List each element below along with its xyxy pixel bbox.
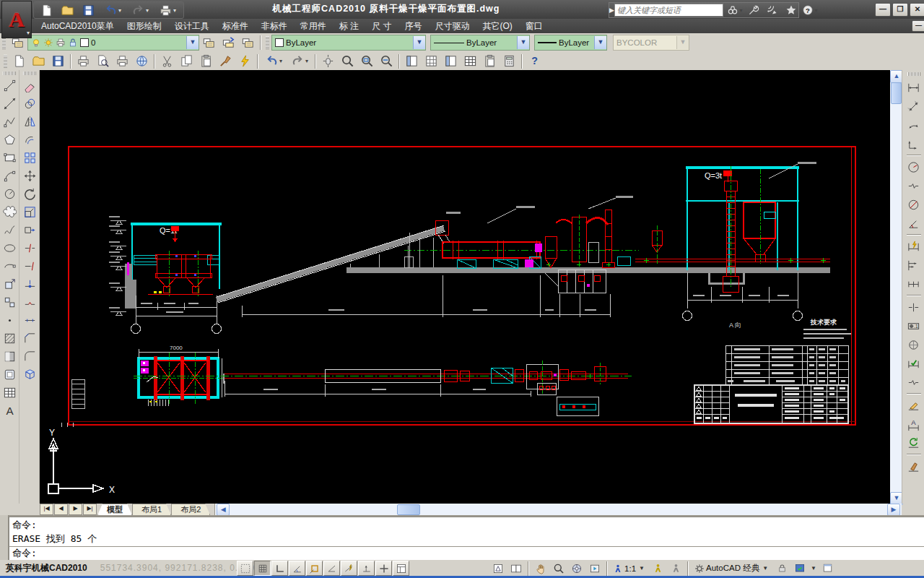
command-window-grip[interactable] <box>0 515 9 560</box>
tab-layout2[interactable]: 布局2 <box>171 504 210 515</box>
array-tool[interactable] <box>20 149 39 167</box>
crosshair-toggle[interactable] <box>375 561 392 576</box>
help-button[interactable] <box>525 53 544 70</box>
toolbar-grip[interactable] <box>3 72 16 75</box>
undo-button[interactable] <box>261 53 287 70</box>
show-motion-button[interactable] <box>586 561 603 576</box>
pan-button[interactable] <box>318 53 338 70</box>
layer-dropdown-chevron-icon[interactable]: ▼ <box>186 36 199 49</box>
color-dropdown-chevron-icon[interactable]: ▼ <box>413 36 425 49</box>
search-input[interactable] <box>614 4 723 17</box>
dynamic-input-toggle[interactable] <box>341 561 357 576</box>
jogged-linear-tool[interactable] <box>904 373 923 392</box>
search-button[interactable] <box>726 1 744 19</box>
lineweight-control-dropdown[interactable]: ByLayer ▼ <box>534 35 607 51</box>
horizontal-scroll-thumb[interactable] <box>397 504 420 515</box>
multiline-text-tool[interactable] <box>0 402 19 420</box>
tab-layout1[interactable]: 布局1 <box>132 504 171 515</box>
insert-block-tool[interactable] <box>0 275 19 293</box>
ellipse-tool[interactable] <box>0 239 19 257</box>
tab-last-button[interactable]: ▶| <box>83 504 97 515</box>
point-tool[interactable] <box>0 311 19 329</box>
zoom-previous-button[interactable] <box>377 53 396 70</box>
toolbar-grip[interactable] <box>266 36 269 49</box>
quick-properties-toggle[interactable] <box>393 561 409 576</box>
steering-wheel-button[interactable] <box>568 561 585 576</box>
arc-length-dimension-tool[interactable] <box>904 116 923 134</box>
qat-new-button[interactable] <box>37 1 56 19</box>
qat-save-button[interactable] <box>79 1 98 19</box>
erase-tool[interactable] <box>20 77 39 95</box>
break-tool[interactable] <box>20 293 39 311</box>
tab-next-button[interactable]: ▶ <box>69 504 82 515</box>
annotation-visibility-button[interactable] <box>649 561 666 576</box>
horizontal-scroll-track[interactable]: ◀ ▶ <box>215 504 902 515</box>
inspection-dimension-tool[interactable] <box>904 354 923 373</box>
revision-cloud-tool[interactable] <box>0 203 19 221</box>
trim-tool[interactable] <box>20 239 39 257</box>
dimension-text-edit-tool[interactable] <box>904 415 923 434</box>
command-history[interactable]: 命令: ERASE 找到 85 个 <box>9 517 924 548</box>
otrack-toggle[interactable] <box>323 561 340 576</box>
aligned-dimension-tool[interactable] <box>904 97 923 116</box>
center-mark-tool[interactable] <box>904 335 923 354</box>
layer-previous-button[interactable] <box>238 34 258 51</box>
explode-tool[interactable] <box>20 366 39 384</box>
open-button[interactable] <box>29 53 48 70</box>
stretch-tool[interactable] <box>20 221 39 239</box>
rectangle-tool[interactable] <box>0 149 19 167</box>
qat-redo-button[interactable] <box>127 1 153 19</box>
quick-select-button[interactable] <box>235 53 255 70</box>
menu-nonstandard-parts[interactable]: 非标件 <box>255 20 294 33</box>
continue-dimension-tool[interactable] <box>904 275 923 293</box>
region-tool[interactable] <box>0 366 19 384</box>
publish-button[interactable] <box>132 53 152 70</box>
copy-tool[interactable] <box>20 95 39 113</box>
cut-button[interactable] <box>157 53 177 70</box>
chamfer-tool[interactable] <box>20 329 39 348</box>
fillet-tool[interactable] <box>20 348 39 366</box>
dimension-edit-tool[interactable] <box>904 396 923 415</box>
polygon-tool[interactable] <box>0 131 19 149</box>
menu-draw[interactable]: 图形绘制 <box>121 20 168 33</box>
menu-autocad2010[interactable]: AutoCAD2010菜单 <box>35 20 121 33</box>
clean-screen-button[interactable] <box>819 561 836 576</box>
tab-model[interactable]: 模型 <box>97 504 132 515</box>
grid-toggle[interactable] <box>254 561 271 576</box>
table-tool[interactable] <box>0 384 19 402</box>
mirror-tool[interactable] <box>20 113 39 131</box>
copy-clip-button[interactable] <box>177 53 196 70</box>
model-space-button[interactable] <box>489 561 507 576</box>
make-block-tool[interactable] <box>0 293 19 311</box>
move-tool[interactable] <box>20 167 39 185</box>
pan-status-button[interactable] <box>532 561 549 576</box>
menu-common-parts[interactable]: 常用件 <box>294 20 333 33</box>
toolbar-grip[interactable] <box>4 55 7 68</box>
break-at-point-tool[interactable] <box>20 275 39 293</box>
menu-dimension[interactable]: 尺 寸 <box>365 20 398 33</box>
offset-tool[interactable] <box>20 131 39 149</box>
polyline-tool[interactable] <box>0 113 19 131</box>
save-button[interactable] <box>48 53 68 70</box>
paste-button[interactable] <box>196 53 216 70</box>
linetype-control-dropdown[interactable]: ByLayer ▼ <box>430 35 530 51</box>
ortho-toggle[interactable] <box>271 561 288 576</box>
polar-toggle[interactable] <box>289 561 305 576</box>
join-tool[interactable] <box>20 311 39 329</box>
make-object-layer-current-button[interactable] <box>219 34 238 51</box>
eplot-button[interactable] <box>113 53 132 70</box>
new-button[interactable] <box>9 53 29 70</box>
toolbar-lock-button[interactable] <box>773 561 790 576</box>
drawing-canvas[interactable]: Q=1t <box>40 70 890 504</box>
color-control-dropdown[interactable]: ByLayer ▼ <box>271 35 426 51</box>
designcenter-button[interactable] <box>422 53 441 70</box>
auto-annotation-button[interactable] <box>667 561 684 576</box>
subscription-button[interactable] <box>745 1 762 19</box>
annotation-scale-button[interactable]: 1:1 ▼ <box>611 561 648 576</box>
jogged-dimension-tool[interactable] <box>904 176 923 195</box>
rotate-tool[interactable] <box>20 185 39 203</box>
dimension-style-tool[interactable] <box>904 457 923 475</box>
command-input-line[interactable]: 命令: <box>9 546 924 561</box>
favorites-button[interactable] <box>783 1 800 19</box>
menu-other[interactable]: 其它(O) <box>476 20 518 33</box>
